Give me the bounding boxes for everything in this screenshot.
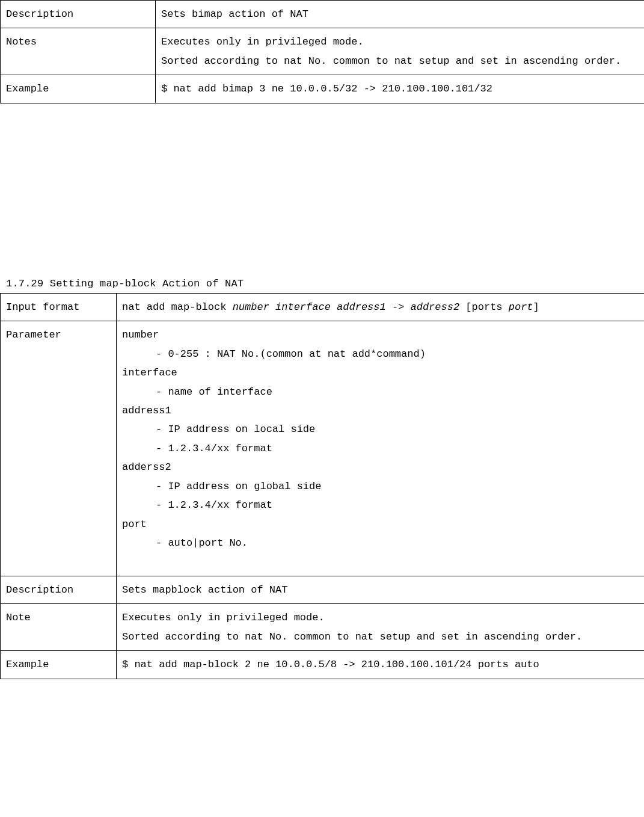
row-value: Executes only in privileged mode. Sorted… xyxy=(117,604,645,651)
param-name: adderss2 xyxy=(122,458,639,476)
param-detail: - 1.2.3.4/xx format xyxy=(122,439,639,458)
section-heading: 1.7.29 Setting map-block Action of NAT xyxy=(0,278,644,293)
input-format-text: nat add map-block xyxy=(122,301,233,313)
row-label: Example xyxy=(1,651,117,679)
param-detail: - IP address on global side xyxy=(122,477,639,496)
note-line: Executes only in privileged mode. xyxy=(161,32,639,51)
row-value: $ nat add map-block 2 ne 10.0.0.5/8 -> 2… xyxy=(117,651,645,679)
note-line: Sorted according to nat No. common to na… xyxy=(161,52,639,70)
table-row: Description Sets bimap action of NAT xyxy=(1,1,645,28)
row-label: Description xyxy=(1,576,117,603)
row-label: Notes xyxy=(1,28,156,75)
row-value: number - 0-255 : NAT No.(common at nat a… xyxy=(117,321,645,576)
input-format-param: address2 xyxy=(411,301,460,313)
table-row: Description Sets mapblock action of NAT xyxy=(1,576,645,603)
input-format-text: -> xyxy=(386,301,411,313)
row-value: Executes only in privileged mode. Sorted… xyxy=(156,28,645,75)
note-line: Executes only in privileged mode. xyxy=(122,608,639,627)
input-format-param: port xyxy=(509,301,533,313)
table-row: Input format nat add map-block number in… xyxy=(1,293,645,321)
row-value: Sets bimap action of NAT xyxy=(156,1,645,28)
row-label: Description xyxy=(1,1,156,28)
param-name: number xyxy=(122,325,639,344)
table-row: Parameter number - 0-255 : NAT No.(commo… xyxy=(1,321,645,576)
param-name: address1 xyxy=(122,401,639,420)
input-format-param: number interface address1 xyxy=(233,301,386,313)
mapblock-table: Input format nat add map-block number in… xyxy=(0,293,644,679)
row-value: nat add map-block number interface addre… xyxy=(117,293,645,321)
param-name: port xyxy=(122,515,639,534)
table-row: Example $ nat add bimap 3 ne 10.0.0.5/32… xyxy=(1,75,645,103)
bimap-table: Description Sets bimap action of NAT Not… xyxy=(0,0,644,103)
param-blank xyxy=(122,552,639,571)
row-label: Note xyxy=(1,604,117,651)
table-row: Example $ nat add map-block 2 ne 10.0.0.… xyxy=(1,651,645,679)
param-name: interface xyxy=(122,363,639,382)
param-detail: - 0-255 : NAT No.(common at nat add*comm… xyxy=(122,345,639,363)
row-label: Example xyxy=(1,75,156,103)
param-detail: - auto|port No. xyxy=(122,534,639,552)
table-row: Note Executes only in privileged mode. S… xyxy=(1,604,645,651)
row-value: $ nat add bimap 3 ne 10.0.0.5/32 -> 210.… xyxy=(156,75,645,103)
row-label: Input format xyxy=(1,293,117,321)
table-row: Notes Executes only in privileged mode. … xyxy=(1,28,645,75)
row-value: Sets mapblock action of NAT xyxy=(117,576,645,603)
input-format-text: [ports xyxy=(459,301,509,313)
spacer xyxy=(0,103,644,278)
row-label: Parameter xyxy=(1,321,117,576)
note-line: Sorted according to nat No. common to na… xyxy=(122,627,639,646)
param-detail: - 1.2.3.4/xx format xyxy=(122,496,639,514)
input-format-text: ] xyxy=(533,301,539,313)
param-detail: - IP address on local side xyxy=(122,420,639,439)
param-detail: - name of interface xyxy=(122,383,639,401)
